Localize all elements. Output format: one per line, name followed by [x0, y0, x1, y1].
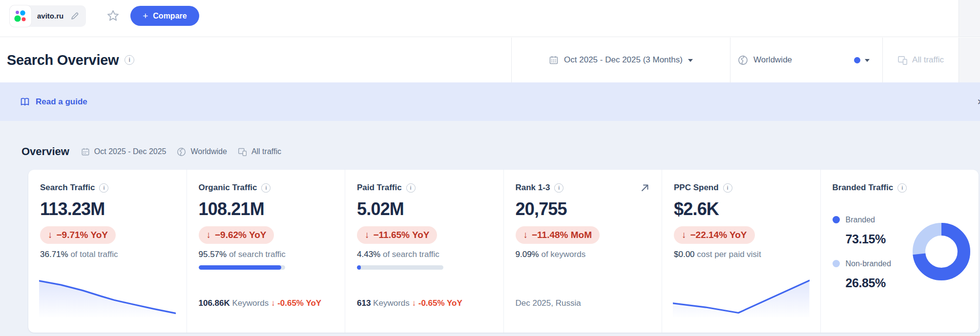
calendar-icon	[81, 147, 90, 156]
location-status-dot	[854, 57, 860, 63]
external-link-icon[interactable]	[640, 183, 650, 193]
edit-domain-icon[interactable]	[70, 12, 79, 20]
down-arrow-icon: ↓	[412, 298, 416, 308]
domain-name: avito.ru	[37, 12, 63, 20]
card-title: Branded Traffic	[833, 183, 894, 193]
search-traffic-card: Search Traffic i 113.23M ↓ −9.71% YoY 36…	[28, 170, 187, 333]
favorite-star-icon[interactable]	[106, 9, 120, 22]
info-icon[interactable]: i	[261, 183, 271, 193]
down-arrow-icon: ↓	[48, 230, 53, 240]
ppc-spend-sparkline	[673, 278, 810, 318]
header-right-strip	[959, 38, 980, 82]
down-arrow-icon: ↓	[523, 230, 528, 240]
legend-label: Non-branded	[846, 259, 891, 268]
change-value: −11.48% MoM	[532, 230, 592, 240]
domain-selector[interactable]: avito.ru	[10, 5, 86, 27]
page-title: Search Overview	[7, 52, 119, 68]
share-progress-bar	[357, 265, 443, 270]
keywords-line: 106.86K Keywords ↓ -0.65% YoY	[199, 298, 322, 308]
overview-header: Overview Oct 2025 - Dec 2025 Worldwide	[21, 145, 292, 158]
compare-button[interactable]: + Compare	[130, 6, 199, 26]
metric-value: 5.02M	[357, 199, 493, 219]
branded-traffic-card: Branded Traffic i Branded 73.15% Non-bra…	[820, 170, 979, 333]
metric-value: 20,755	[516, 199, 651, 219]
card-title: Paid Traffic	[357, 183, 402, 193]
devices-icon	[238, 147, 247, 157]
overview-location-value: Worldwide	[190, 147, 227, 156]
overview-traffic-value: All traffic	[251, 147, 281, 156]
keywords-line: 613 Keywords ↓ -0.65% YoY	[357, 298, 462, 308]
report-header: Search Overview i Oct 2025 - Dec 2025 (3…	[0, 38, 980, 82]
read-guide-link[interactable]: Read a guide	[20, 82, 87, 121]
rank-footnote: Dec 2025, Russia	[516, 298, 581, 308]
metric-subtitle: 4.43% of search traffic	[357, 250, 493, 259]
close-icon[interactable]: ✕	[977, 97, 980, 107]
overview-cards-panel: Search Traffic i 113.23M ↓ −9.71% YoY 36…	[28, 170, 979, 333]
change-badge: ↓ −22.14% YoY	[674, 226, 755, 244]
change-badge: ↓ −9.62% YoY	[199, 226, 274, 244]
info-icon[interactable]: i	[723, 183, 732, 193]
main-area: Overview Oct 2025 - Dec 2025 Worldwide	[0, 121, 980, 336]
change-value: −9.62% YoY	[215, 230, 266, 240]
change-value: −9.71% YoY	[57, 230, 108, 240]
rank-card: Rank 1-3 i 20,755 ↓ −11.48% MoM 9.09% of…	[503, 170, 662, 333]
globe-icon	[177, 147, 186, 157]
guide-banner: Read a guide ✕	[0, 82, 980, 121]
location-selector[interactable]: Worldwide	[730, 38, 882, 82]
change-badge: ↓ −11.48% MoM	[516, 226, 600, 244]
down-arrow-icon: ↓	[682, 230, 687, 240]
metric-subtitle: 95.57% of search traffic	[199, 250, 334, 259]
overview-traffic-meta: All traffic	[238, 147, 281, 157]
overview-date-value: Oct 2025 - Dec 2025	[94, 147, 167, 156]
avito-logo	[10, 5, 31, 27]
metric-value: 113.23M	[40, 199, 176, 219]
legend-label: Branded	[846, 216, 876, 224]
book-icon	[20, 97, 30, 107]
card-title: Rank 1-3	[516, 183, 550, 193]
metric-subtitle: 36.71% of total traffic	[40, 250, 176, 259]
info-icon[interactable]: i	[897, 183, 907, 193]
down-arrow-icon: ↓	[207, 230, 211, 240]
metric-value: $2.6K	[674, 199, 810, 219]
traffic-type-value: All traffic	[912, 55, 944, 65]
card-title: PPC Spend	[674, 183, 719, 193]
ppc-spend-card: PPC Spend i $2.6K ↓ −22.14% YoY $0.00 co…	[662, 170, 820, 333]
date-range-selector[interactable]: Oct 2025 - Dec 2025 (3 Months)	[511, 38, 730, 82]
page-title-info-icon[interactable]: i	[125, 55, 134, 65]
chevron-down-icon	[865, 59, 870, 62]
change-value: −22.14% YoY	[690, 230, 747, 240]
topbar-right-strip	[959, 0, 980, 37]
chevron-down-icon	[688, 59, 693, 62]
devices-icon	[897, 55, 908, 65]
down-arrow-icon: ↓	[271, 298, 275, 308]
compare-label: Compare	[153, 12, 187, 20]
branded-dot	[833, 216, 840, 223]
read-guide-label: Read a guide	[36, 97, 87, 107]
organic-traffic-card: Organic Traffic i 108.21M ↓ −9.62% YoY 9…	[187, 170, 345, 333]
calendar-icon	[549, 55, 559, 65]
change-value: −11.65% YoY	[374, 230, 430, 240]
overview-date-meta: Oct 2025 - Dec 2025	[81, 147, 167, 156]
search-traffic-sparkline	[39, 278, 176, 318]
overview-title: Overview	[21, 145, 69, 158]
metric-subtitle: $0.00 cost per paid visit	[674, 250, 810, 259]
metric-value: 108.21M	[199, 199, 334, 219]
plus-icon: +	[143, 11, 148, 20]
change-badge: ↓ −11.65% YoY	[357, 226, 437, 244]
down-arrow-icon: ↓	[365, 230, 370, 240]
top-bar: avito.ru + Compare	[0, 0, 980, 37]
location-value: Worldwide	[753, 55, 792, 65]
paid-traffic-card: Paid Traffic i 5.02M ↓ −11.65% YoY 4.43%…	[345, 170, 503, 333]
branded-donut-chart	[911, 221, 972, 282]
change-badge: ↓ −9.71% YoY	[40, 226, 116, 244]
traffic-type-selector[interactable]: All traffic	[882, 38, 959, 82]
overview-location-meta: Worldwide	[177, 147, 227, 157]
metric-subtitle: 9.09% of keywords	[516, 250, 651, 259]
share-progress-bar	[199, 265, 285, 270]
info-icon[interactable]: i	[406, 183, 416, 193]
card-title: Search Traffic	[40, 183, 95, 193]
info-icon[interactable]: i	[99, 183, 108, 193]
card-title: Organic Traffic	[199, 183, 257, 193]
info-icon[interactable]: i	[554, 183, 563, 193]
date-range-value: Oct 2025 - Dec 2025 (3 Months)	[564, 55, 683, 65]
